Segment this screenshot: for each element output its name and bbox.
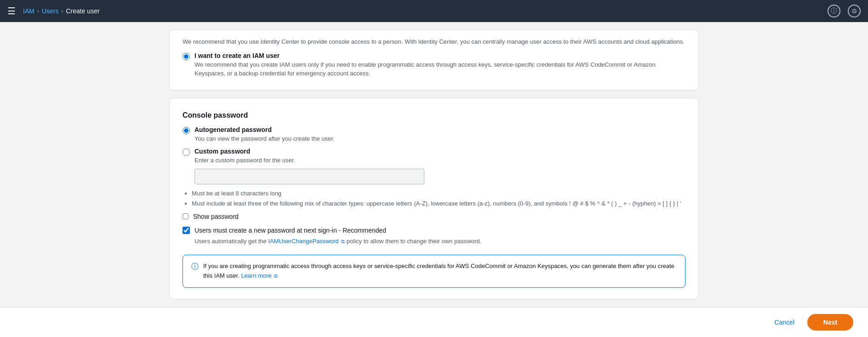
custom-password-input[interactable] [194,169,424,184]
custom-radio-option: Custom password Enter a custom password … [183,148,685,184]
breadcrumb-sep-1: › [37,8,39,14]
custom-radio[interactable] [183,149,190,156]
must-change-label[interactable]: Users must create a new password at next… [194,227,386,234]
iam-user-radio-sublabel: We recommend that you create IAM users o… [194,60,685,78]
autogenerated-radio-option: Autogenerated password You can view the … [183,126,685,143]
next-button[interactable]: Next [807,314,853,331]
main-wrapper: We recommend that you use Identity Cente… [0,22,868,337]
info-icon-button[interactable]: ⓘ [828,5,840,17]
cancel-button[interactable]: Cancel [767,315,802,330]
banner-text: We recommend that you use Identity Cente… [183,37,685,46]
requirement-item-2: Must include at least three of the follo… [192,199,685,208]
must-change-sublabel-prefix: Users automatically get the [194,238,268,245]
must-change-sublabel-suffix: policy to allow them to change their own… [345,238,481,245]
info-box: ⓘ If you are creating programmatic acces… [183,255,685,288]
top-nav-bar: ☰ IAM › Users › Create user ⓘ ⚙ [0,0,868,22]
must-change-sublabel: Users automatically get the IAMUserChang… [194,237,685,246]
content-area: We recommend that you use Identity Cente… [158,22,710,337]
breadcrumb-users[interactable]: Users [42,7,59,15]
must-change-option: Users must create a new password at next… [183,227,685,234]
custom-password-input-wrapper [194,169,685,184]
custom-password-sublabel: Enter a custom password for the user. [194,156,685,165]
hamburger-icon[interactable]: ☰ [7,6,16,17]
iam-user-radio[interactable] [183,53,190,60]
iam-user-radio-option: I want to create an IAM user We recommen… [183,52,685,78]
info-circle-icon: ⓘ [191,262,199,272]
info-box-text: If you are creating programmatic access … [203,262,677,281]
console-password-title: Console password [183,111,685,120]
show-password-label[interactable]: Show password [193,213,239,220]
must-change-checkbox[interactable] [183,227,190,234]
password-requirements-list: Must be at least 8 characters long Must … [192,189,685,208]
top-bar-actions: ⓘ ⚙ [828,5,861,17]
custom-password-label[interactable]: Custom password [194,148,250,155]
console-password-card: Console password Autogenerated password … [169,98,699,299]
autogenerated-sublabel: You can view the password after you crea… [194,134,334,143]
settings-icon-button[interactable]: ⚙ [848,5,861,17]
breadcrumb: IAM › Users › Create user [23,7,100,15]
autogenerated-label[interactable]: Autogenerated password [194,126,272,133]
show-password-row: Show password [183,213,685,220]
learn-more-link[interactable]: Learn more ⧉ [241,272,278,279]
iam-change-password-link[interactable]: IAMUserChangePassword ⧉ [268,238,345,245]
breadcrumb-iam[interactable]: IAM [23,7,34,15]
show-password-checkbox[interactable] [183,213,188,219]
autogenerated-radio[interactable] [183,127,190,134]
breadcrumb-sep-2: › [61,8,63,14]
iam-user-radio-label[interactable]: I want to create an IAM user [194,52,280,59]
breadcrumb-current: Create user [66,7,99,15]
requirement-item-1: Must be at least 8 characters long [192,189,685,198]
iam-user-card: We recommend that you use Identity Cente… [169,29,699,91]
external-link-icon-2: ⧉ [274,273,278,279]
footer-bar: Cancel Next [0,307,868,337]
